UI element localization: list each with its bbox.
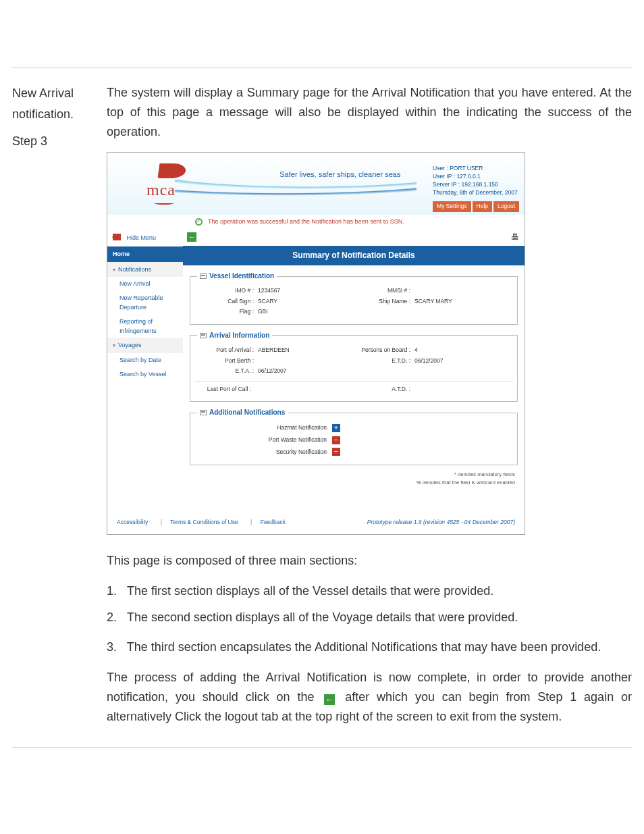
message-text: The operation was successful and the Not… <box>208 217 404 226</box>
form-icon <box>200 410 207 415</box>
paragraph: The system will display a Summary page f… <box>107 83 632 141</box>
menu-home[interactable]: Home <box>107 246 183 261</box>
tab-help[interactable]: Help <box>473 201 492 212</box>
hide-menu-icon <box>113 234 121 240</box>
paragraph: The process of adding the Arrival Notifi… <box>107 668 632 726</box>
paragraph: This page is composed of three main sect… <box>107 551 632 571</box>
app-screenshot: mca Safer lives, safer ships, cleaner se… <box>107 152 525 535</box>
menu-new-arrival[interactable]: New Arrival <box>107 277 183 290</box>
user-info: User : PORT USER User IP : 127.0.0.1 Ser… <box>433 165 519 211</box>
app-footer: Accessibility | Terms & Conditions of Us… <box>107 511 525 534</box>
form-icon <box>200 273 207 279</box>
wave-graphic <box>175 178 417 215</box>
remove-waste-button[interactable]: − <box>332 436 340 444</box>
footer-accessibility[interactable]: Accessibility <box>117 519 148 525</box>
add-hazmat-button[interactable]: + <box>332 424 340 432</box>
menu-new-reportable[interactable]: New Reportable Departure <box>107 291 183 315</box>
menu-section-voyages[interactable]: Voyages <box>107 338 183 353</box>
back-arrow-icon: ← <box>324 694 335 705</box>
sidebar-step: Step 3 <box>12 131 86 152</box>
menu-section-notifications[interactable]: Notifications <box>107 262 183 278</box>
tab-my-settings[interactable]: My Settings <box>433 201 471 212</box>
footer-terms[interactable]: Terms & Conditions of Use <box>170 519 238 525</box>
print-icon[interactable]: 🖶 <box>511 231 519 244</box>
hide-menu[interactable]: Hide Menu <box>107 229 183 246</box>
side-menu: Hide Menu Home Notifications New Arrival… <box>107 229 183 492</box>
menu-reporting[interactable]: Reporting of Infringements <box>107 315 183 338</box>
sidebar-title: New Arrival notification. <box>12 83 86 124</box>
fieldset-additional: Additional Notifications Hazmat Notifica… <box>190 407 518 465</box>
field-legend-note: * * denotes mandatory fields denotes man… <box>183 471 525 491</box>
footer-release: Prototype release 1.9 (revision 4525 - 0… <box>367 518 515 527</box>
footer-feedback[interactable]: Feedback <box>261 519 286 525</box>
page-banner: Summary of Notification Details <box>183 246 525 265</box>
message-bar: ✓ The operation was successful and the N… <box>188 215 525 228</box>
paragraph: 3. The third section encapsulates the Ad… <box>107 637 632 657</box>
fieldset-vessel: Vessel Identification IMO # :1234567 Cal… <box>190 271 518 325</box>
flag-icon <box>157 163 186 178</box>
numbered-list: 1.The first section displays all of the … <box>107 581 632 627</box>
tab-logout[interactable]: Logout <box>493 201 519 212</box>
step-sidebar: New Arrival notification. Step 3 <box>12 83 86 737</box>
form-icon <box>200 333 207 338</box>
menu-search-vessel[interactable]: Search by Vessel <box>107 367 183 381</box>
fieldset-arrival: Arrival Information Port of Arrival :ABE… <box>190 330 518 402</box>
back-button[interactable]: ← <box>187 232 196 242</box>
menu-search-date[interactable]: Search by Date <box>107 353 183 367</box>
success-icon: ✓ <box>195 218 203 226</box>
app-header: mca Safer lives, safer ships, cleaner se… <box>107 153 525 215</box>
remove-security-button[interactable]: − <box>332 448 340 456</box>
